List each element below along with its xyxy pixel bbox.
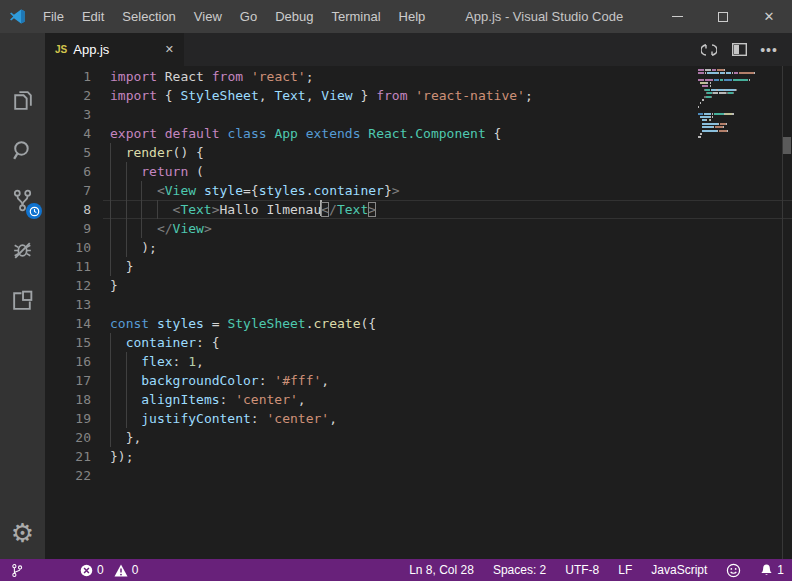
code-line[interactable]: 20}, xyxy=(45,428,792,447)
code-token: from xyxy=(376,88,407,103)
code-line[interactable]: 19justifyContent: 'center', xyxy=(45,409,792,428)
code-token: render xyxy=(126,145,173,160)
git-branch-button[interactable] xyxy=(10,563,24,578)
activity-debug-button[interactable] xyxy=(0,225,45,275)
code-line[interactable]: 12} xyxy=(45,276,792,295)
menu-file[interactable]: File xyxy=(34,0,73,33)
line-number[interactable]: 17 xyxy=(45,371,103,390)
line-number[interactable]: 14 xyxy=(45,314,103,333)
notifications-count: 1 xyxy=(777,563,784,577)
line-number[interactable]: 3 xyxy=(45,105,103,124)
menu-bar: File Edit Selection View Go Debug Termin… xyxy=(34,0,434,33)
activity-extensions-button[interactable] xyxy=(0,275,45,325)
code-token: App xyxy=(274,126,297,141)
line-number[interactable]: 1 xyxy=(45,67,103,86)
menu-go[interactable]: Go xyxy=(231,0,266,33)
code-line[interactable]: 2import { StyleSheet, Text, View } from … xyxy=(45,86,792,105)
line-number[interactable]: 22 xyxy=(45,466,103,485)
activity-search-button[interactable] xyxy=(0,125,45,175)
code-line[interactable]: 4export default class App extends React.… xyxy=(45,124,792,143)
menu-view[interactable]: View xyxy=(185,0,231,33)
ruler-cursor-marker xyxy=(783,137,791,154)
editor-tab-bar: JS App.js ✕ xyxy=(0,33,792,66)
title-bar: File Edit Selection View Go Debug Termin… xyxy=(0,0,792,33)
code-line[interactable]: 6return ( xyxy=(45,162,792,181)
line-number[interactable]: 12 xyxy=(45,276,103,295)
line-number[interactable]: 2 xyxy=(45,86,103,105)
code-line[interactable]: 7<View style={styles.container}> xyxy=(45,181,792,200)
code-token: > xyxy=(392,183,400,198)
line-number[interactable]: 8 xyxy=(45,200,103,219)
feedback-button[interactable] xyxy=(726,563,741,578)
indent-guide xyxy=(141,200,157,219)
maximize-button[interactable] xyxy=(700,0,746,33)
minimap[interactable] xyxy=(698,66,766,143)
code-line[interactable]: 18alignItems: 'center', xyxy=(45,390,792,409)
indentation-button[interactable]: Spaces: 2 xyxy=(493,563,546,577)
line-number[interactable]: 10 xyxy=(45,238,103,257)
line-number[interactable]: 4 xyxy=(45,124,103,143)
tab-close-icon[interactable]: ✕ xyxy=(165,43,174,56)
line-number[interactable]: 7 xyxy=(45,181,103,200)
minimize-button[interactable] xyxy=(654,0,700,33)
indent-guide xyxy=(110,181,126,200)
code-line[interactable]: 1import React from 'react'; xyxy=(45,67,792,86)
code-token: View xyxy=(321,88,352,103)
sync-icon xyxy=(701,42,717,58)
code-line[interactable]: 8<Text>Hallo Ilmenau</Text> xyxy=(45,200,792,219)
eol-button[interactable]: LF xyxy=(618,563,632,577)
problems-button[interactable]: 0 0 xyxy=(80,563,148,577)
code-line[interactable]: 11} xyxy=(45,257,792,276)
code-token: ; xyxy=(525,88,533,103)
sync-changes-button[interactable] xyxy=(694,42,724,58)
line-number[interactable]: 5 xyxy=(45,143,103,162)
line-number[interactable]: 20 xyxy=(45,428,103,447)
manage-settings-button[interactable]: ⚙ xyxy=(0,513,45,553)
line-number[interactable]: 6 xyxy=(45,162,103,181)
overview-ruler[interactable] xyxy=(782,66,792,559)
line-number[interactable]: 9 xyxy=(45,219,103,238)
warnings-count: 0 xyxy=(132,563,139,577)
encoding-button[interactable]: UTF-8 xyxy=(565,563,599,577)
code-line[interactable]: 17backgroundColor: '#fff', xyxy=(45,371,792,390)
code-line[interactable]: 3 xyxy=(45,105,792,124)
menu-debug[interactable]: Debug xyxy=(266,0,322,33)
code-editor[interactable]: 1import React from 'react';2import { Sty… xyxy=(45,66,792,559)
code-line[interactable]: 22 xyxy=(45,466,792,485)
menu-selection[interactable]: Selection xyxy=(113,0,184,33)
indent-guide xyxy=(110,390,126,409)
code-line[interactable]: 10); xyxy=(45,238,792,257)
line-number[interactable]: 15 xyxy=(45,333,103,352)
indent-guide xyxy=(126,390,142,409)
code-line[interactable]: 9</View> xyxy=(45,219,792,238)
menu-terminal[interactable]: Terminal xyxy=(322,0,389,33)
split-editor-button[interactable] xyxy=(724,43,754,56)
code-line[interactable]: 13 xyxy=(45,295,792,314)
code-token: export xyxy=(110,126,157,141)
code-line[interactable]: 15container: { xyxy=(45,333,792,352)
close-button[interactable]: ✕ xyxy=(746,0,792,33)
language-mode-button[interactable]: JavaScript xyxy=(651,563,707,577)
line-number[interactable]: 18 xyxy=(45,390,103,409)
code-line[interactable]: 21}); xyxy=(45,447,792,466)
more-actions-button[interactable]: ••• xyxy=(754,42,784,58)
errors-count: 0 xyxy=(97,563,104,577)
line-number[interactable]: 13 xyxy=(45,295,103,314)
menu-edit[interactable]: Edit xyxy=(73,0,113,33)
notifications-button[interactable]: 1 xyxy=(760,563,784,577)
close-icon: ✕ xyxy=(764,9,775,24)
code-line[interactable]: 14const styles = StyleSheet.create({ xyxy=(45,314,792,333)
line-number[interactable]: 11 xyxy=(45,257,103,276)
menu-help[interactable]: Help xyxy=(390,0,435,33)
indent-guide xyxy=(110,200,126,219)
cursor-position-button[interactable]: Ln 8, Col 28 xyxy=(409,563,474,577)
line-number[interactable]: 19 xyxy=(45,409,103,428)
activity-source-control-button[interactable] xyxy=(0,175,45,225)
line-number[interactable]: 21 xyxy=(45,447,103,466)
code-line[interactable]: 5render() { xyxy=(45,143,792,162)
line-number[interactable]: 16 xyxy=(45,352,103,371)
activity-explorer-button[interactable] xyxy=(0,75,45,125)
code-token: : xyxy=(220,392,236,407)
tab-appjs[interactable]: JS App.js ✕ xyxy=(45,33,184,66)
code-line[interactable]: 16flex: 1, xyxy=(45,352,792,371)
